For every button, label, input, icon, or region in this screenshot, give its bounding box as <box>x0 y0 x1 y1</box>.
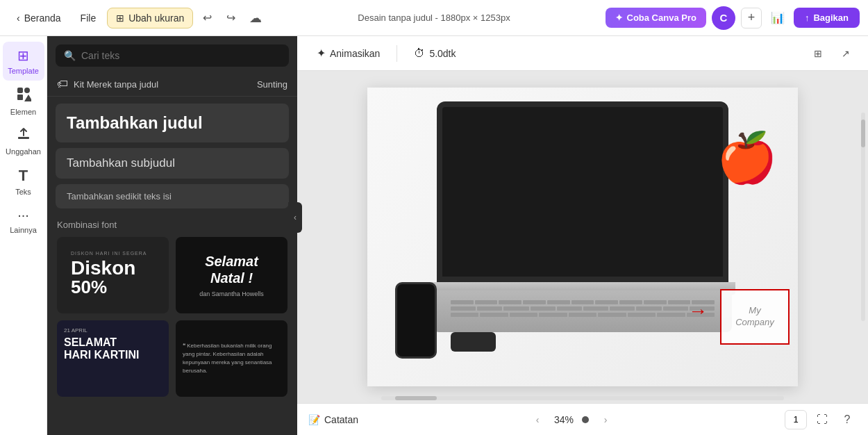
topbar-right: ✦ Coba Canva Pro C + 📊 ↑ Bagikan <box>606 6 860 30</box>
canvas-toolbar: ✦ Animasikan ⏱ 5.0dtk ⊞ ↗ <box>297 36 868 71</box>
share-label: Bagikan <box>813 13 849 23</box>
font-card-natal[interactable]: SelamatNatal ! dan Samantha Howells <box>176 237 287 313</box>
keberhasilan-quote: ❝ Keberhasilan bukanlah milik orang yang… <box>183 342 281 375</box>
page-indicator-dot <box>582 416 589 423</box>
apple-object: 🍎 <box>717 129 777 186</box>
fullscreen-button[interactable]: ⛶ <box>812 410 832 429</box>
text-icon: T <box>19 167 28 185</box>
prev-page-button[interactable]: ‹ <box>529 411 546 428</box>
duration-label: 5.0dtk <box>429 48 456 59</box>
analytics-button[interactable]: 📊 <box>767 8 788 28</box>
next-page-button[interactable]: › <box>597 411 614 428</box>
sidebar-item-template[interactable]: ⊞ Template <box>3 42 44 81</box>
add-title-button[interactable]: Tambahkan judul <box>56 104 289 142</box>
bottom-center: ‹ 34% › <box>367 411 776 428</box>
star-icon: ✦ <box>615 13 623 23</box>
font-card-keberhasilan[interactable]: ❝ Keberhasilan bukanlah milik orang yang… <box>176 320 287 397</box>
grid-view-button[interactable]: ⊞ <box>807 42 829 65</box>
add-collaborator-button[interactable]: + <box>741 8 762 28</box>
svg-rect-0 <box>17 88 23 93</box>
chevron-left-icon: ‹ <box>17 13 20 24</box>
horizontal-scrollbar[interactable] <box>381 396 784 400</box>
avatar[interactable]: C <box>712 6 735 30</box>
template-icon: ⊞ <box>17 47 29 64</box>
sidebar-item-elemen[interactable]: Elemen <box>3 81 44 122</box>
canvas-frame: ↻ <box>367 88 798 386</box>
notes-button[interactable]: 📝 Catatan <box>308 414 358 425</box>
sunting-button[interactable]: Sunting <box>257 79 287 90</box>
svg-rect-4 <box>18 137 29 139</box>
font-card-kartini[interactable]: 21 APRIL SELAMATHARI KARTINI <box>57 320 169 397</box>
icon-sidebar: ⊞ Template Elemen Unggahan <box>0 36 47 435</box>
page-number-button[interactable]: 1 <box>785 410 807 429</box>
font-combo-section: Kombinasi font DISKON HARI INI SEGERA Di… <box>47 215 297 402</box>
add-body-button[interactable]: Tambahkan sedikit teks isi <box>56 184 289 208</box>
sidebar-item-teks[interactable]: T Teks <box>3 161 44 202</box>
topbar: ‹ Beranda File ⊞ Ubah ukuran ↩ ↪ ☁ Desai… <box>0 0 868 36</box>
resize-button[interactable]: ⊞ Ubah ukuran <box>107 8 193 28</box>
elements-icon <box>16 86 31 105</box>
sidebar-item-lainnya[interactable]: ··· Lainnya <box>3 202 44 240</box>
diskon-pct: 50% <box>71 278 107 296</box>
natal-sub: dan Samantha Howells <box>199 290 264 297</box>
font-combo-grid: DISKON HARI INI SEGERA Diskon 50% Selama… <box>57 237 287 397</box>
topbar-left: ‹ Beranda File ⊞ Ubah ukuran ↩ ↪ ☁ <box>8 7 267 29</box>
scrollbar-thumb <box>395 396 437 400</box>
vertical-scrollbar[interactable] <box>861 113 865 321</box>
resize-label: Ubah ukuran <box>128 13 184 24</box>
animate-label: Animasikan <box>330 48 380 59</box>
canvas-viewport[interactable]: ↻ <box>297 71 868 403</box>
notes-label: Catatan <box>324 414 358 425</box>
search-bar: 🔍 <box>47 36 297 72</box>
search-icon: 🔍 <box>64 50 76 61</box>
pro-label: Coba Canva Pro <box>627 13 696 23</box>
share-icon: ↑ <box>805 13 810 23</box>
font-card-diskon[interactable]: DISKON HARI INI SEGERA Diskon 50% <box>57 237 169 313</box>
redo-button[interactable]: ↪ <box>219 7 242 29</box>
sidebar-label-template: Template <box>8 67 39 75</box>
more-icon: ··· <box>17 207 29 223</box>
undo-button[interactable]: ↩ <box>196 7 218 29</box>
svg-rect-2 <box>17 95 23 100</box>
v-scrollbar-thumb <box>861 120 865 147</box>
sidebar-item-unggahan[interactable]: Unggahan <box>3 122 44 161</box>
notes-icon: 📝 <box>308 414 320 425</box>
company-text-line1: My <box>749 305 760 315</box>
text-options: Tambahkan judul Tambahkan subjudul Tamba… <box>47 97 297 215</box>
svg-marker-3 <box>24 95 31 101</box>
cloud-save-button[interactable]: ☁ <box>244 7 267 29</box>
toolbar-divider <box>397 45 397 62</box>
animate-icon: ✦ <box>317 47 326 60</box>
help-button[interactable]: ? <box>837 410 857 429</box>
pro-button[interactable]: ✦ Coba Canva Pro <box>606 8 706 28</box>
phone-object <box>395 282 437 359</box>
kartini-date: 21 APRIL <box>64 327 87 334</box>
animate-button[interactable]: ✦ Animasikan <box>308 42 388 64</box>
expand-button[interactable]: ↗ <box>835 42 857 65</box>
panel-collapse-button[interactable]: ‹ <box>288 202 302 233</box>
kit-label: 🏷 Kit Merek tanpa judul <box>57 78 158 90</box>
canvas-area: ✦ Animasikan ⏱ 5.0dtk ⊞ ↗ ↻ <box>297 36 868 435</box>
text-panel: 🔍 🏷 Kit Merek tanpa judul Sunting Tambah… <box>47 36 297 435</box>
laptop-screen <box>437 101 728 282</box>
kit-merek-bar: 🏷 Kit Merek tanpa judul Sunting <box>47 72 297 97</box>
search-input[interactable] <box>81 50 281 61</box>
document-title: Desain tanpa judul - 1880px × 1253px <box>358 13 510 23</box>
search-wrap: 🔍 <box>56 44 289 67</box>
file-button[interactable]: File <box>72 8 105 28</box>
duration-button[interactable]: ⏱ 5.0dtk <box>406 43 464 64</box>
kit-icon: 🏷 <box>57 78 68 90</box>
keyboard-rows <box>451 300 715 323</box>
panel-scroll[interactable]: Tambahkan judul Tambahkan subjudul Tamba… <box>47 97 297 435</box>
add-subtitle-button[interactable]: Tambahkan subjudul <box>56 148 289 179</box>
kartini-big: SELAMATHARI KARTINI <box>64 336 139 361</box>
diskon-big: Diskon <box>71 258 135 278</box>
nav-arrows: ‹ <box>529 411 546 428</box>
share-button[interactable]: ↑ Bagikan <box>794 8 860 28</box>
file-label: File <box>81 13 97 24</box>
laptop-scene: 🍎 → My Company <box>367 88 798 386</box>
home-button[interactable]: ‹ Beranda <box>8 8 69 28</box>
bottom-right: 1 ⛶ ? <box>785 410 857 429</box>
upload-icon <box>17 127 31 145</box>
kit-title: Kit Merek tanpa judul <box>74 79 158 90</box>
